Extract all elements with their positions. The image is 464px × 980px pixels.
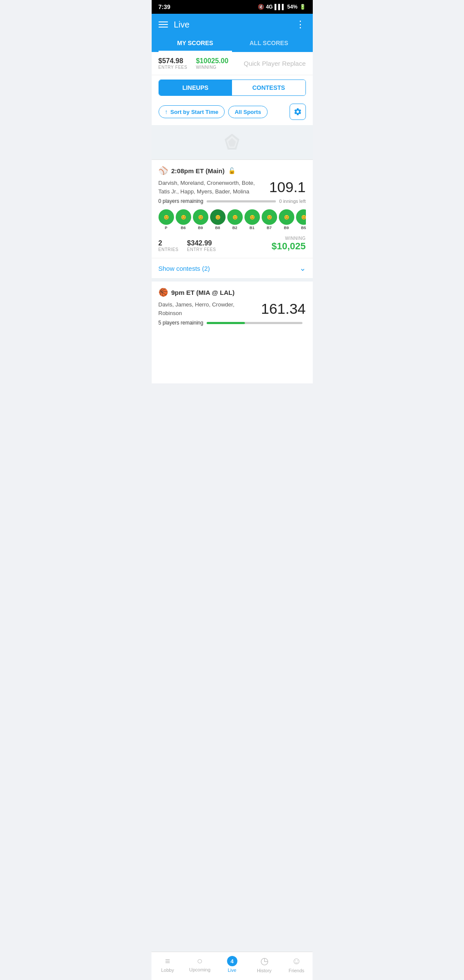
score-tabs: MY SCORES ALL SCORES <box>159 35 306 52</box>
players-remaining-basketball: 5 players remaining <box>159 320 204 326</box>
avatar-circle-b5: 😊 <box>296 209 306 225</box>
avatar-circle-b7: 😊 <box>262 209 277 225</box>
gear-icon <box>293 107 302 116</box>
player-avatar-p[interactable]: 😊 P <box>159 209 174 230</box>
entry-fees-amount: $574.98 <box>159 57 183 64</box>
lineups-tab[interactable]: LINEUPS <box>159 80 232 95</box>
player-avatar-b9a[interactable]: 😊 B9 <box>193 209 208 230</box>
page-title: Live <box>174 20 296 30</box>
entry-summary: $574.98 ENTRY FEES $10025.00 WINNING Qui… <box>152 52 313 75</box>
avatar-circle-b9a: 😊 <box>193 209 208 225</box>
winning-label: WINNING <box>196 65 229 70</box>
players-remaining: 0 players remaining <box>159 198 204 204</box>
all-sports-label: All Sports <box>235 109 261 115</box>
fees-block: $574.98 ENTRY FEES $10025.00 WINNING <box>159 57 244 70</box>
progress-bar-basketball <box>207 322 302 324</box>
contests-tab[interactable]: CONTESTS <box>232 80 305 95</box>
player-avatar-b5[interactable]: 😊 B5 <box>296 209 306 230</box>
entry-fees-value: $342.99 <box>187 239 212 247</box>
entry-fees-label: ENTRY FEES <box>159 65 187 70</box>
baseball-icon: ⚾ <box>159 166 168 175</box>
progress-bar <box>207 200 276 202</box>
entry-fees-label-card: ENTRY FEES <box>187 247 216 252</box>
game-time-basketball: 9pm ET (MIA @ LAL) <box>171 289 235 296</box>
remaining-row: 0 players remaining 0 innings left <box>159 198 306 204</box>
game-time-baseball: 2:08pm ET (Main) <box>171 167 225 175</box>
arrow-up-icon: ↑ <box>165 108 168 115</box>
all-sports-button[interactable]: All Sports <box>228 106 267 118</box>
signal-icon: ▌▌▌ <box>275 4 286 10</box>
menu-button[interactable] <box>159 21 168 28</box>
score-basketball: 161.34 <box>261 300 306 317</box>
players-score-row: Darvish, Moreland, Cronenworth, Bote, Ta… <box>159 179 306 196</box>
mute-icon: 🔇 <box>258 4 264 10</box>
settings-button[interactable] <box>290 104 306 120</box>
quick-player-replace[interactable]: Quick Player Replace <box>244 60 305 67</box>
player-avatar-b2[interactable]: 😊 B2 <box>227 209 243 230</box>
sort-label: Sort by Start Time <box>171 109 219 115</box>
entries-label: ENTRIES <box>159 247 179 252</box>
sort-by-start-time-button[interactable]: ↑ Sort by Start Time <box>159 105 225 118</box>
player-avatar-b6[interactable]: 😊 B6 <box>176 209 191 230</box>
avatar-circle-b2: 😊 <box>227 209 243 225</box>
header: Live ⋮ MY SCORES ALL SCORES <box>152 14 313 52</box>
game-card-baseball: ⚾ 2:08pm ET (Main) 🔓 Darvish, Moreland, … <box>152 159 313 258</box>
game-header-basketball: 🏀 9pm ET (MIA @ LAL) <box>159 288 306 297</box>
game-header-baseball: ⚾ 2:08pm ET (Main) 🔓 <box>159 166 306 175</box>
fanduel-logo-icon <box>221 132 243 153</box>
basketball-icon: 🏀 <box>159 288 168 297</box>
tab-my-scores[interactable]: MY SCORES <box>159 35 232 52</box>
show-contests-row[interactable]: Show contests (2) ⌄ <box>152 258 313 278</box>
avatar-badge-b1: B1 <box>250 226 255 230</box>
progress-fill <box>207 200 276 202</box>
winning-label-card: WINNING <box>272 236 306 241</box>
remaining-row-basketball: 5 players remaining <box>159 320 306 326</box>
entries-row: 2 ENTRIES $342.99 ENTRY FEES WINNING $10… <box>159 236 306 252</box>
tab-all-scores[interactable]: ALL SCORES <box>232 35 306 52</box>
avatar-row: 😊 P 😊 B6 😊 B9 😊 B8 <box>159 209 306 230</box>
player-names-basketball: Davis, James, Herro, Crowder, Robinson <box>159 300 256 317</box>
winning-amount: $10025.00 <box>196 57 229 64</box>
show-contests-link[interactable]: Show contests (2) <box>159 265 210 272</box>
avatar-circle-b8: 😊 <box>210 209 226 225</box>
winning-value: $10,025 <box>272 241 306 251</box>
avatar-badge-b6: B6 <box>181 226 186 230</box>
game-card-basketball: 🏀 9pm ET (MIA @ LAL) Davis, James, Herro… <box>152 278 313 332</box>
avatar-badge-b9b: B9 <box>284 226 289 230</box>
main-content: $574.98 ENTRY FEES $10025.00 WINNING Qui… <box>152 52 313 383</box>
player-avatar-b8[interactable]: 😊 B8 <box>210 209 226 230</box>
progress-fill-basketball <box>207 322 245 324</box>
avatar-badge-b7: B7 <box>267 226 272 230</box>
status-bar: 7:39 🔇 4G ▌▌▌ 54% 🔋 <box>152 0 313 14</box>
chevron-down-icon: ⌄ <box>299 263 306 273</box>
entries-block: 2 ENTRIES <box>159 239 179 252</box>
avatar-circle-b9b: 😊 <box>279 209 294 225</box>
avatar-badge-b8: B8 <box>215 226 220 230</box>
status-time: 7:39 <box>159 3 171 10</box>
avatar-badge-p: P <box>165 226 167 230</box>
avatar-circle-b1: 😊 <box>244 209 260 225</box>
battery-icon: 🔋 <box>299 4 306 10</box>
player-avatar-b1[interactable]: 😊 B1 <box>244 209 260 230</box>
avatar-badge-b9a: B9 <box>198 226 203 230</box>
avatar-circle-b6: 😊 <box>176 209 191 225</box>
winning-block: WINNING $10,025 <box>272 236 306 252</box>
score-baseball: 109.1 <box>269 179 305 196</box>
filter-row: ↑ Sort by Start Time All Sports <box>152 100 313 125</box>
fees-block-card: $342.99 ENTRY FEES <box>187 239 216 252</box>
player-names-baseball: Darvish, Moreland, Cronenworth, Bote, Ta… <box>159 179 264 196</box>
entries-value: 2 <box>159 239 162 247</box>
player-avatar-b7[interactable]: 😊 B7 <box>262 209 277 230</box>
lock-icon: 🔓 <box>228 167 235 174</box>
network-icon: 4G <box>266 4 273 10</box>
avatar-circle-p: 😊 <box>159 209 174 225</box>
battery-label: 54% <box>287 4 297 10</box>
player-avatar-b9b[interactable]: 😊 B9 <box>279 209 294 230</box>
lineup-contests-toggle: LINEUPS CONTESTS <box>159 80 306 96</box>
more-button[interactable]: ⋮ <box>296 19 306 30</box>
avatar-badge-b5: B5 <box>301 226 306 230</box>
innings-left: 0 innings left <box>279 199 306 204</box>
status-icons: 🔇 4G ▌▌▌ 54% 🔋 <box>258 4 306 10</box>
entry-fees-item: $574.98 ENTRY FEES <box>159 57 187 70</box>
avatar-badge-b2: B2 <box>232 226 238 230</box>
